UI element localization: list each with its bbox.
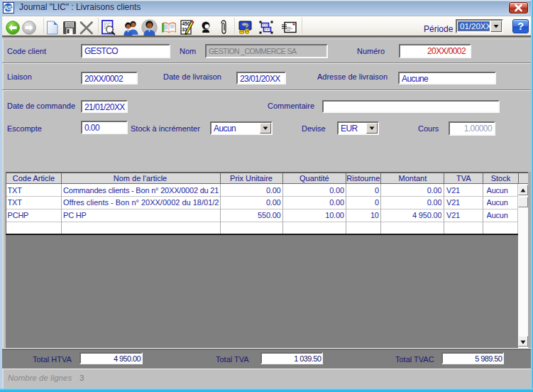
svg-text:S: S <box>8 4 12 11</box>
